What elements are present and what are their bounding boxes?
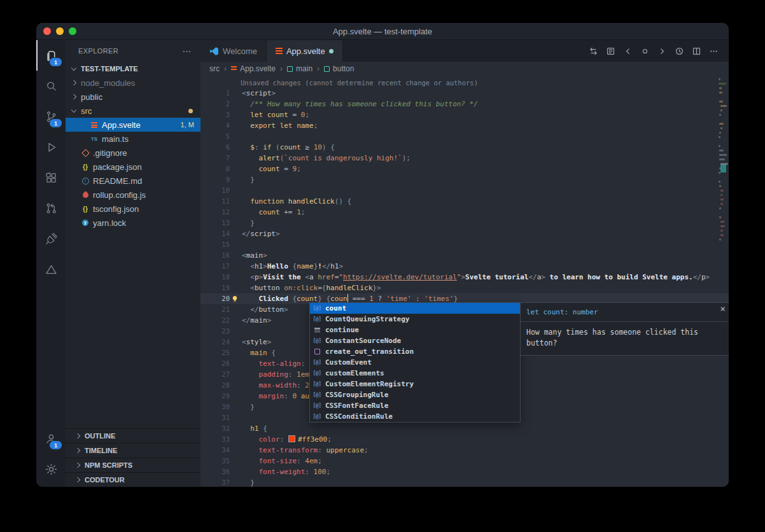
code-line-19[interactable]: 19 <button on:click={handleClick}> <box>200 283 729 293</box>
code-line-9[interactable]: 9 } <box>200 174 729 185</box>
file-row-app-svelte[interactable]: App.svelte1, M <box>66 118 200 132</box>
open-changes-icon[interactable] <box>602 40 619 62</box>
previous-change-icon[interactable] <box>619 40 636 62</box>
panel-label: OUTLINE <box>85 432 115 440</box>
breadcrumb-main[interactable]: main <box>287 64 312 73</box>
panel-codetour[interactable]: CODETOUR <box>66 472 200 487</box>
compare-changes-icon[interactable] <box>585 40 602 62</box>
file-row-package-json[interactable]: {}package.json <box>66 160 200 174</box>
more-actions-icon[interactable] <box>705 40 722 62</box>
line-number: 11 <box>200 196 230 207</box>
titlebar[interactable]: App.svelte — test-template <box>36 23 729 40</box>
suggestion-customevent[interactable]: [@]CustomEvent <box>310 357 520 368</box>
activity-live-share-button[interactable] <box>36 223 66 254</box>
line-number: 22 <box>200 315 230 326</box>
activity-azure-button[interactable] <box>36 254 66 284</box>
suggestion-cssconditionrule[interactable]: [@]CSSConditionRule <box>310 411 520 422</box>
file-row-node-modules[interactable]: node_modules <box>66 76 200 90</box>
code-editor[interactable]: Unsaved changes (cannot determine recent… <box>200 76 729 487</box>
file-label: main.ts <box>102 134 129 144</box>
line-number: 3 <box>200 109 230 120</box>
lightbulb-icon[interactable] <box>230 293 242 304</box>
chevron-right-icon <box>71 94 76 99</box>
code-line-36[interactable]: 36 font-weight: 100; <box>200 466 729 477</box>
activity-github-pull-requests-button[interactable] <box>36 193 66 223</box>
panel-outline[interactable]: OUTLINE <box>66 428 200 443</box>
minimap[interactable] <box>718 76 729 487</box>
code-line-1[interactable]: 1<script> <box>200 88 729 99</box>
next-change-icon[interactable] <box>654 40 671 62</box>
activity-extensions-button[interactable] <box>36 162 66 193</box>
code-line-4[interactable]: 4 export let name; <box>200 120 729 131</box>
code-line-10[interactable]: 10 <box>200 185 729 196</box>
file-row-gitignore[interactable]: .gitignore <box>66 146 200 160</box>
suggestion-customelementregistry[interactable]: [@]CustomElementRegistry <box>310 379 520 389</box>
activity-search-button[interactable] <box>36 71 66 101</box>
code-line-16[interactable]: 16<main> <box>200 250 729 261</box>
explorer-more-actions-icon[interactable]: ⋯ <box>183 46 192 56</box>
code-line-13[interactable]: 13 } <box>200 218 729 228</box>
file-row-rollup-config-js[interactable]: rollup.config.js <box>66 188 200 202</box>
code-line-33[interactable]: 33 color: #ff3e00; <box>200 434 729 445</box>
timeline-icon[interactable] <box>671 40 688 62</box>
suggestion-count[interactable]: [@]count <box>310 303 520 314</box>
code-line-7[interactable]: 7 alert(`count is dangerously high!`); <box>200 153 729 164</box>
suggestion-cssfontfacerule[interactable]: [@]CSSFontFaceRule <box>310 400 520 411</box>
activity-run-debug-button[interactable] <box>36 132 66 162</box>
code-line-15[interactable]: 15 <box>200 239 729 250</box>
code-line-14[interactable]: 14</script> <box>200 228 729 239</box>
suggestion-create-out-transition[interactable]: create_out_transition <box>310 346 520 357</box>
chevron-right-icon <box>71 80 76 85</box>
code-line-6[interactable]: 6 $: if (count ≥ 10) { <box>200 142 729 153</box>
gutter-space <box>230 391 242 402</box>
file-row-main-ts[interactable]: TSmain.ts <box>66 132 200 146</box>
code-line-17[interactable]: 17 <h1>Hello {name}!</h1> <box>200 261 729 272</box>
workspace-section-header[interactable]: TEST-TEMPLATE <box>66 62 200 76</box>
file-row-readme-md[interactable]: iREADME.md <box>66 174 200 188</box>
line-number: 7 <box>200 153 230 164</box>
breadcrumb-app-svelte[interactable]: App.svelte <box>231 64 276 73</box>
suggestion-constantsourcenode[interactable]: [@]ConstantSourceNode <box>310 335 520 346</box>
code-line-2[interactable]: 2 /** How many times has someone clicked… <box>200 99 729 109</box>
code-line-32[interactable]: 32 h1 { <box>200 423 729 434</box>
split-editor-icon[interactable] <box>688 40 705 62</box>
gutter-space <box>230 445 242 456</box>
annotations-icon[interactable] <box>636 40 654 62</box>
tab-app-svelte[interactable]: App.svelte <box>267 40 343 62</box>
activity-accounts-button[interactable]: 1 <box>36 423 66 454</box>
symbol-field-icon: [@] <box>312 357 322 368</box>
file-row-src[interactable]: src <box>66 104 200 118</box>
breadcrumb-button[interactable]: button <box>324 64 354 73</box>
tab-welcome[interactable]: Welcome <box>200 40 267 62</box>
code-line-3[interactable]: 3 let count = 0; <box>200 109 729 120</box>
suggestion-cssgroupingrule[interactable]: [@]CSSGroupingRule <box>310 389 520 400</box>
breadcrumb-separator-icon: › <box>224 64 227 73</box>
suggestion-countqueuingstrategy[interactable]: [@]CountQueuingStrategy <box>310 314 520 325</box>
panel-npm-scripts[interactable]: NPM SCRIPTS <box>66 458 200 472</box>
code-line-11[interactable]: 11 function handleClick() { <box>200 196 729 207</box>
close-icon[interactable]: × <box>720 304 726 314</box>
code-line-34[interactable]: 34 text-transform: uppercase; <box>200 445 729 456</box>
code-line-12[interactable]: 12 count += 1; <box>200 207 729 218</box>
close-window-button[interactable] <box>43 27 51 35</box>
panel-timeline[interactable]: TIMELINE <box>66 443 200 458</box>
code-line-8[interactable]: 8 count = 9; <box>200 164 729 174</box>
breadcrumb-src[interactable]: src <box>209 64 220 73</box>
suggestion-continue[interactable]: continue <box>310 325 520 335</box>
code-line-37[interactable]: 37 } <box>200 477 729 487</box>
editor-group: WelcomeApp.svelte src›App.svelte›main›bu… <box>200 40 729 487</box>
file-row-yarn-lock[interactable]: yyarn.lock <box>66 216 200 230</box>
activity-settings-button[interactable] <box>36 454 66 484</box>
code-line-35[interactable]: 35 font-size: 4em; <box>200 456 729 466</box>
line-number: 28 <box>200 380 230 391</box>
code-line-5[interactable]: 5 <box>200 131 729 142</box>
zoom-window-button[interactable] <box>69 27 76 35</box>
gutter-space <box>230 402 242 412</box>
activity-explorer-button[interactable]: 1 <box>36 40 66 71</box>
file-row-public[interactable]: public <box>66 90 200 104</box>
activity-source-control-button[interactable]: 1 <box>36 101 66 132</box>
minimize-window-button[interactable] <box>56 27 64 35</box>
code-line-18[interactable]: 18 <p>Visit the <a href="https://svelte.… <box>200 272 729 283</box>
suggestion-customelements[interactable]: [@]customElements <box>310 368 520 379</box>
file-row-tsconfig-json[interactable]: {}tsconfig.json <box>66 202 200 216</box>
